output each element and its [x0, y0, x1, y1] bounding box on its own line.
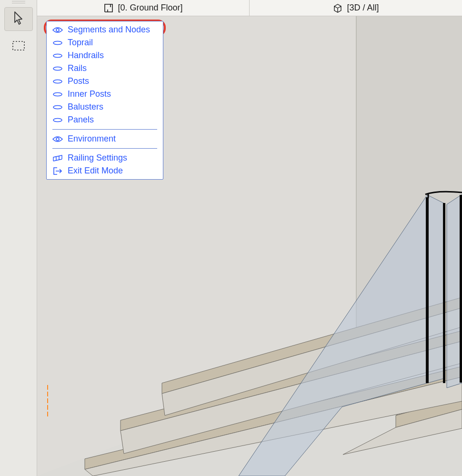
menu-item-posts[interactable]: Posts — [47, 75, 163, 88]
menu-item-toprail[interactable]: Toprail — [47, 36, 163, 49]
cursor-arrow-icon — [13, 11, 24, 27]
visibility-open-icon — [52, 27, 63, 33]
menu-item-label: Panels — [68, 115, 94, 125]
svg-rect-0 — [13, 41, 24, 50]
menu-item-label: Segments and Nodes — [68, 25, 150, 35]
arrow-tool-button[interactable] — [4, 7, 33, 31]
menu-separator — [52, 129, 157, 130]
menu-item-inner-posts[interactable]: Inner Posts — [47, 88, 163, 101]
exit-icon — [52, 167, 63, 175]
svg-rect-18 — [443, 203, 445, 383]
tab-label: [0. Ground Floor] — [118, 3, 182, 13]
svg-point-20 — [56, 29, 59, 31]
tab-3d-view[interactable]: [3D / All] — [250, 0, 462, 16]
svg-point-28 — [56, 138, 59, 141]
tab-label: [3D / All] — [347, 3, 379, 13]
menu-item-label: Toprail — [68, 38, 93, 48]
menu-item-panels[interactable]: Panels — [47, 113, 163, 126]
menu-item-handrails[interactable]: Handrails — [47, 49, 163, 62]
menu-item-railing-settings[interactable]: Railing Settings — [47, 152, 163, 164]
cube-icon — [332, 3, 343, 13]
app-frame: [0. Ground Floor] [3D / All] — [0, 0, 462, 476]
visibility-closed-icon — [52, 105, 63, 110]
visibility-open-icon — [52, 136, 63, 142]
svg-point-25 — [53, 92, 62, 96]
view-tab-bar: [0. Ground Floor] [3D / All] — [37, 0, 462, 16]
left-toolbar — [0, 0, 37, 476]
vertical-guide-marks — [47, 385, 48, 416]
visibility-closed-icon — [52, 79, 63, 84]
visibility-closed-icon — [52, 53, 63, 58]
visibility-closed-icon — [52, 41, 63, 45]
floorplan-icon — [103, 3, 114, 13]
grip-handle[interactable] — [12, 1, 25, 3]
svg-point-22 — [53, 54, 62, 57]
tab-ground-floor[interactable]: [0. Ground Floor] — [37, 0, 250, 16]
svg-point-21 — [53, 41, 62, 44]
svg-point-27 — [53, 118, 62, 122]
railing-icon — [52, 154, 63, 162]
menu-item-label: Handrails — [68, 51, 104, 61]
menu-item-balusters[interactable]: Balusters — [47, 101, 163, 113]
svg-point-26 — [53, 105, 62, 109]
menu-separator — [52, 148, 157, 149]
svg-rect-17 — [426, 197, 429, 383]
menu-item-label: Environment — [68, 134, 116, 144]
svg-point-24 — [53, 80, 62, 83]
visibility-closed-icon — [52, 66, 63, 71]
menu-item-label: Railing Settings — [68, 153, 127, 163]
visibility-closed-icon — [52, 118, 63, 122]
menu-item-label: Posts — [68, 76, 89, 86]
menu-item-environment[interactable]: Environment — [47, 132, 163, 145]
menu-item-label: Balusters — [68, 102, 103, 112]
menu-item-rails[interactable]: Rails — [47, 62, 163, 75]
marquee-icon — [12, 41, 25, 52]
menu-item-label: Exit Edit Mode — [68, 166, 123, 176]
svg-rect-19 — [460, 195, 462, 383]
railing-edit-context-menu: Segments and Nodes Toprail Handrails — [46, 21, 163, 180]
marquee-tool-button[interactable] — [4, 35, 33, 59]
menu-item-label: Rails — [68, 63, 87, 73]
visibility-closed-icon — [52, 92, 63, 97]
menu-item-segments-and-nodes[interactable]: Segments and Nodes — [47, 23, 163, 36]
main-area: [0. Ground Floor] [3D / All] — [37, 0, 462, 476]
svg-point-23 — [53, 67, 62, 70]
viewport-3d[interactable]: Segments and Nodes Toprail Handrails — [37, 16, 462, 476]
menu-item-label: Inner Posts — [68, 89, 111, 99]
menu-item-exit-edit-mode[interactable]: Exit Edit Mode — [47, 164, 163, 177]
